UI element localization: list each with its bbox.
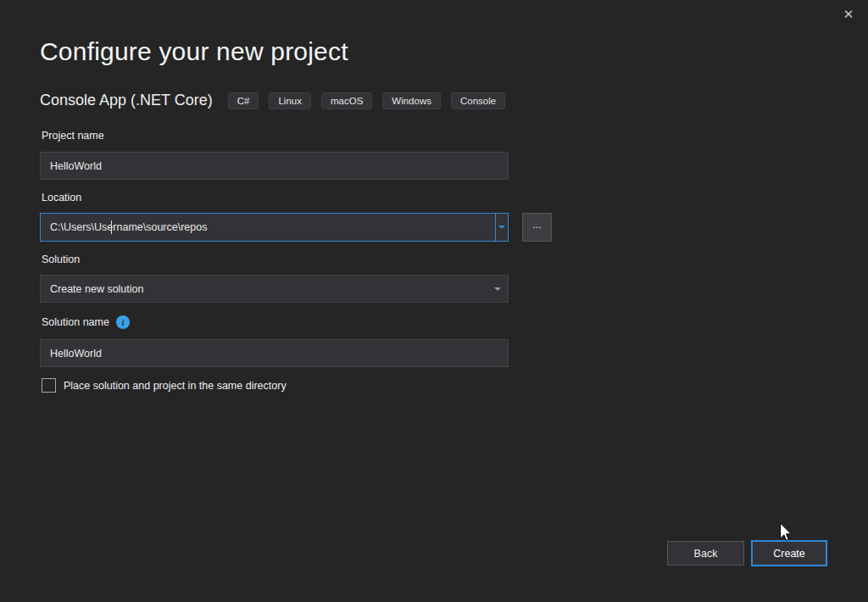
location-input[interactable]: C:\Users\Username\source\repos (41, 214, 495, 241)
location-combobox[interactable]: C:\Users\Username\source\repos (40, 213, 509, 242)
solution-name-label: Solution name (42, 316, 109, 328)
same-directory-checkbox[interactable] (42, 378, 56, 393)
project-name-input[interactable]: HelloWorld (40, 152, 509, 180)
tag-platform-linux: Linux (269, 92, 311, 109)
browse-button[interactable]: ... (522, 213, 552, 242)
same-directory-label: Place solution and project in the same d… (64, 380, 287, 392)
create-button[interactable]: Create (751, 540, 827, 566)
same-directory-option[interactable]: Place solution and project in the same d… (42, 378, 287, 393)
tag-platform-macos: macOS (321, 92, 372, 109)
solution-select[interactable]: Create new solution (40, 275, 509, 303)
configure-project-dialog: ✕ Configure your new project Console App… (0, 0, 868, 602)
solution-name-label-row: Solution name i (42, 315, 130, 329)
chevron-down-icon (494, 287, 501, 291)
solution-name-value: HelloWorld (50, 348, 102, 360)
location-label: Location (42, 192, 81, 203)
mouse-cursor-icon (779, 522, 793, 543)
tag-project-type: Console (451, 92, 505, 109)
location-value: C:\Users\Username\source\repos (50, 221, 207, 233)
chevron-down-icon (498, 226, 505, 229)
back-button[interactable]: Back (667, 541, 744, 566)
tag-language: C# (228, 92, 259, 109)
solution-selected-value: Create new solution (50, 283, 143, 295)
text-caret (111, 220, 112, 234)
page-title: Configure your new project (40, 37, 348, 66)
tag-platform-windows: Windows (382, 92, 441, 109)
location-dropdown-button[interactable] (495, 214, 508, 241)
template-name: Console App (.NET Core) (40, 92, 213, 109)
project-name-value: HelloWorld (50, 160, 102, 172)
template-info-row: Console App (.NET Core) C# Linux macOS W… (40, 92, 515, 109)
solution-label: Solution (42, 254, 80, 265)
close-icon[interactable]: ✕ (839, 5, 858, 24)
solution-name-input[interactable]: HelloWorld (40, 339, 509, 367)
project-name-label: Project name (42, 130, 104, 142)
info-icon[interactable]: i (116, 315, 130, 329)
